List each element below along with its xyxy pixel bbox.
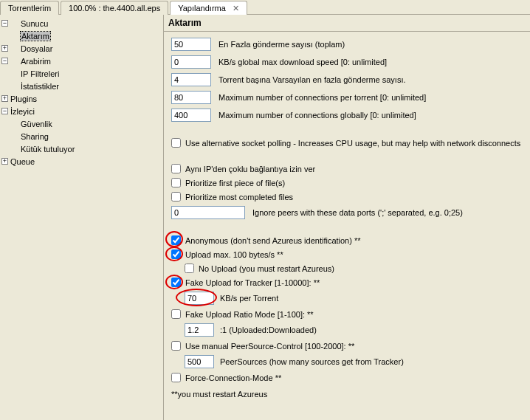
tab-bar: Torrentlerim 100.0% : the.4400.all.eps Y… <box>0 0 530 15</box>
fake-upload-value-input[interactable] <box>185 292 214 305</box>
sidebar-item-plugins[interactable]: Plugins <box>10 94 37 103</box>
sidebar-item-stats[interactable]: İstatistikler <box>21 82 59 91</box>
close-icon[interactable]: ✕ <box>233 4 239 13</box>
same-ip-label: Aynı IP'den çoklu bağlantıya izin ver <box>185 165 315 173</box>
max-up-slots-input[interactable] <box>171 38 211 51</box>
sidebar-item-sunucu[interactable]: Sunucu <box>21 19 48 28</box>
manual-peer-checkbox[interactable] <box>171 341 181 351</box>
tab-config[interactable]: Yapılandırma ✕ <box>170 1 247 15</box>
fake-ratio-value-input[interactable] <box>185 323 214 337</box>
fake-upload-checkbox[interactable] <box>171 278 181 287</box>
upload-max-checkbox[interactable] <box>171 249 181 259</box>
prio-first-checkbox[interactable] <box>171 178 181 187</box>
max-conn-global-input[interactable] <box>171 109 211 122</box>
sidebar-item-dosyalar[interactable]: Dosyalar <box>21 44 52 53</box>
same-ip-checkbox[interactable] <box>171 164 181 173</box>
collapse-icon[interactable]: − <box>1 58 8 64</box>
expand-icon[interactable]: + <box>1 95 8 102</box>
expand-icon[interactable]: + <box>1 45 8 52</box>
sidebar-item-ipfilter[interactable]: IP Filtreleri <box>21 69 59 78</box>
alt-socket-label: Use alternative socket polling - Increas… <box>185 139 520 148</box>
no-upload-checkbox[interactable] <box>185 264 194 273</box>
tab-config-label: Yapılandırma <box>178 4 226 13</box>
tab-torrents[interactable]: Torrentlerim <box>0 1 59 15</box>
max-conn-torrent-label: Maximum number of connections per torren… <box>218 93 426 102</box>
restart-note: **you must restart Azureus <box>171 390 523 399</box>
collapse-icon[interactable]: − <box>1 20 8 27</box>
prio-first-label: Prioritize first piece of file(s) <box>185 179 285 187</box>
manual-peer-value-input[interactable] <box>185 355 214 368</box>
max-up-slots-label: En Fazla gönderme sayısı (toplam) <box>218 40 345 49</box>
force-conn-label: Force-Connection-Mode ** <box>185 373 281 382</box>
sidebar-item-aktarim[interactable]: Aktarım <box>21 32 50 41</box>
max-conn-global-label: Maximum number of connections globally [… <box>218 111 416 120</box>
max-down-label: KB/s global max download speed [0: unlim… <box>218 58 387 66</box>
ignore-ports-label: Ignore peers with these data ports (';' … <box>252 208 463 217</box>
default-up-input[interactable] <box>171 73 211 86</box>
max-down-input[interactable] <box>171 55 211 69</box>
tab-file[interactable]: 100.0% : the.4400.all.eps <box>61 1 168 15</box>
alt-socket-checkbox[interactable] <box>171 138 181 148</box>
no-upload-label: No Upload (you must restart Azureus) <box>199 264 334 273</box>
fake-ratio-checkbox[interactable] <box>171 309 181 319</box>
expand-icon[interactable]: + <box>1 158 8 165</box>
sidebar-item-kutuk[interactable]: Kütük tutuluyor <box>21 145 75 154</box>
anonymous-checkbox[interactable] <box>171 235 181 245</box>
max-conn-torrent-input[interactable] <box>171 91 211 104</box>
fake-upload-value-label: KB/s per Torrent <box>220 294 278 303</box>
force-conn-checkbox[interactable] <box>171 373 181 382</box>
section-title: Aktarım <box>164 15 530 32</box>
sidebar-item-arabirim[interactable]: Arabirim <box>21 57 51 66</box>
ignore-ports-input[interactable] <box>171 206 245 219</box>
sidebar-item-guvenlik[interactable]: Güvenlik <box>21 120 52 128</box>
default-up-label: Torrent başına Varsayılan en fazla gönde… <box>218 75 406 84</box>
fake-ratio-value-label: :1 (Uploaded:Downloaded) <box>220 326 317 334</box>
prio-most-checkbox[interactable] <box>171 192 181 202</box>
prio-most-label: Prioritize most completed files <box>185 193 293 202</box>
sidebar: −Sunucu Aktarım +Dosyalar −Arabirim IP F… <box>0 15 164 420</box>
sidebar-item-sharing[interactable]: Sharing <box>21 132 49 141</box>
manual-peer-label: Use manual PeerSource-Control [100-2000]… <box>185 342 354 351</box>
upload-max-label: Upload max. 100 bytes/s ** <box>185 250 283 259</box>
manual-peer-value-label: PeerSources (how many sources get from T… <box>220 357 404 366</box>
fake-upload-label: Fake Upload for Tracker [1-10000]: ** <box>185 278 320 287</box>
form: En Fazla gönderme sayısı (toplam) KB/s g… <box>164 32 530 404</box>
fake-ratio-label: Fake Upload Ratio Mode [1-100]: ** <box>185 310 314 319</box>
anonymous-label: Anonymous (don't send Azureus identifica… <box>185 236 361 245</box>
collapse-icon[interactable]: − <box>1 108 8 114</box>
sidebar-item-izleyici[interactable]: İzleyici <box>10 107 35 116</box>
sidebar-item-queue[interactable]: Queue <box>10 157 35 166</box>
